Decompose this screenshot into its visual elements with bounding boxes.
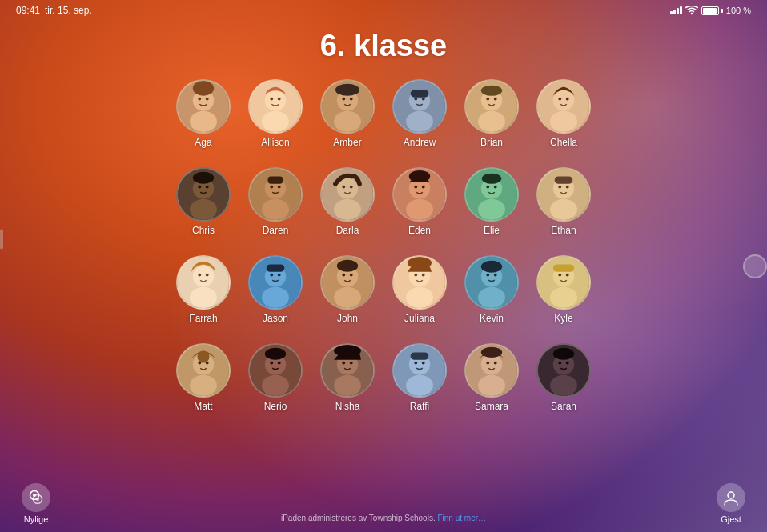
learn-more-link[interactable]: Finn ut mer… xyxy=(437,514,486,522)
svg-point-2 xyxy=(190,111,217,132)
svg-point-43 xyxy=(270,186,273,189)
svg-point-37 xyxy=(198,186,201,189)
svg-point-39 xyxy=(193,172,214,184)
svg-point-121 xyxy=(334,345,361,357)
svg-point-28 xyxy=(481,86,502,96)
svg-point-100 xyxy=(550,287,577,308)
student-aga[interactable]: Aga xyxy=(171,79,235,167)
avatar-samara xyxy=(464,343,519,398)
avatar-raffi xyxy=(392,343,447,398)
svg-point-65 xyxy=(550,199,577,220)
student-john[interactable]: John xyxy=(315,255,379,343)
svg-point-76 xyxy=(262,287,289,308)
student-name-kevin: Kevin xyxy=(480,313,504,324)
student-raffi[interactable]: Raffi xyxy=(388,343,452,431)
svg-point-7 xyxy=(265,90,286,110)
student-amber[interactable]: Amber xyxy=(315,79,379,167)
time: 09:41 xyxy=(16,5,40,16)
student-nisha[interactable]: Nisha xyxy=(315,343,379,431)
svg-point-5 xyxy=(193,81,214,96)
student-ethan[interactable]: Ethan xyxy=(532,167,596,255)
svg-point-56 xyxy=(409,170,430,182)
svg-point-90 xyxy=(422,274,425,277)
avatar-sarah xyxy=(536,343,591,398)
student-name-samara: Samara xyxy=(475,401,508,412)
student-farrah[interactable]: Farrah xyxy=(171,255,235,343)
svg-point-126 xyxy=(422,362,425,365)
svg-point-3 xyxy=(198,98,201,101)
svg-point-115 xyxy=(265,348,286,360)
student-name-ethan: Ethan xyxy=(551,225,576,236)
student-name-nisha: Nisha xyxy=(335,401,360,412)
svg-point-9 xyxy=(270,98,273,101)
student-sarah[interactable]: Sarah xyxy=(532,343,596,431)
student-name-daren: Daren xyxy=(263,225,289,236)
device-frame: 09:41 tir. 15. sep. xyxy=(0,0,767,532)
svg-point-8 xyxy=(262,111,289,132)
guest-label: Gjest xyxy=(721,514,741,524)
home-button[interactable] xyxy=(743,254,767,278)
students-grid: Aga Allison Amber xyxy=(171,79,596,431)
student-eden[interactable]: Eden xyxy=(388,167,452,255)
student-samara[interactable]: Samara xyxy=(460,343,524,431)
svg-point-132 xyxy=(494,362,497,365)
svg-point-38 xyxy=(206,186,209,189)
svg-point-102 xyxy=(566,274,569,277)
svg-point-73 xyxy=(206,274,209,277)
student-elie[interactable]: Elie xyxy=(460,167,524,255)
avatar-john xyxy=(320,255,375,310)
svg-point-31 xyxy=(550,111,577,132)
student-juliana[interactable]: Juliana xyxy=(388,255,452,343)
svg-point-106 xyxy=(190,375,217,396)
student-darla[interactable]: Darla xyxy=(315,167,379,255)
date: tir. 15. sep. xyxy=(45,5,92,16)
svg-point-83 xyxy=(342,274,345,277)
svg-rect-22 xyxy=(411,90,429,97)
svg-point-94 xyxy=(478,287,505,308)
student-kyle[interactable]: Kyle xyxy=(532,255,596,343)
guest-button[interactable]: Gjest xyxy=(711,483,751,524)
student-brian[interactable]: Brian xyxy=(460,79,524,167)
svg-point-70 xyxy=(193,266,214,286)
student-name-amber: Amber xyxy=(333,137,361,148)
recent-label: Nylige xyxy=(24,514,49,524)
avatar-kevin xyxy=(464,255,519,310)
svg-point-48 xyxy=(334,199,361,220)
battery-percent: 100 % xyxy=(726,6,751,15)
student-andrew[interactable]: Andrew xyxy=(388,79,452,167)
avatar-brian xyxy=(464,79,519,134)
student-name-juliana: Juliana xyxy=(404,313,435,324)
student-nerio[interactable]: Nerio xyxy=(243,343,307,431)
avatar-elie xyxy=(464,167,519,222)
svg-point-138 xyxy=(566,362,569,365)
svg-point-71 xyxy=(190,287,217,308)
svg-rect-45 xyxy=(268,176,283,183)
svg-point-133 xyxy=(481,347,502,358)
svg-point-142 xyxy=(33,494,36,497)
recent-button[interactable]: Nylige xyxy=(16,483,56,524)
student-chris[interactable]: Chris xyxy=(171,167,235,255)
student-name-chris: Chris xyxy=(192,225,215,236)
student-daren[interactable]: Daren xyxy=(243,167,307,255)
avatar-farrah xyxy=(176,255,231,310)
svg-point-96 xyxy=(494,274,497,277)
avatar-eden xyxy=(392,167,447,222)
recent-icon xyxy=(22,483,50,512)
svg-point-13 xyxy=(334,111,361,132)
avatar-chris xyxy=(176,167,231,222)
svg-point-30 xyxy=(553,90,574,110)
svg-point-130 xyxy=(478,375,505,396)
student-allison[interactable]: Allison xyxy=(243,79,307,167)
signal-icon xyxy=(670,6,682,14)
status-bar: 09:41 tir. 15. sep. xyxy=(0,0,767,21)
student-matt[interactable]: Matt xyxy=(171,343,235,431)
student-kevin[interactable]: Kevin xyxy=(460,255,524,343)
side-button xyxy=(0,230,3,250)
avatar-aga xyxy=(176,79,231,134)
svg-point-124 xyxy=(406,375,433,396)
svg-point-88 xyxy=(406,287,433,308)
avatar-andrew xyxy=(392,79,447,134)
student-jason[interactable]: Jason xyxy=(243,255,307,343)
student-chella[interactable]: Chella xyxy=(532,79,596,167)
svg-point-36 xyxy=(190,199,217,220)
